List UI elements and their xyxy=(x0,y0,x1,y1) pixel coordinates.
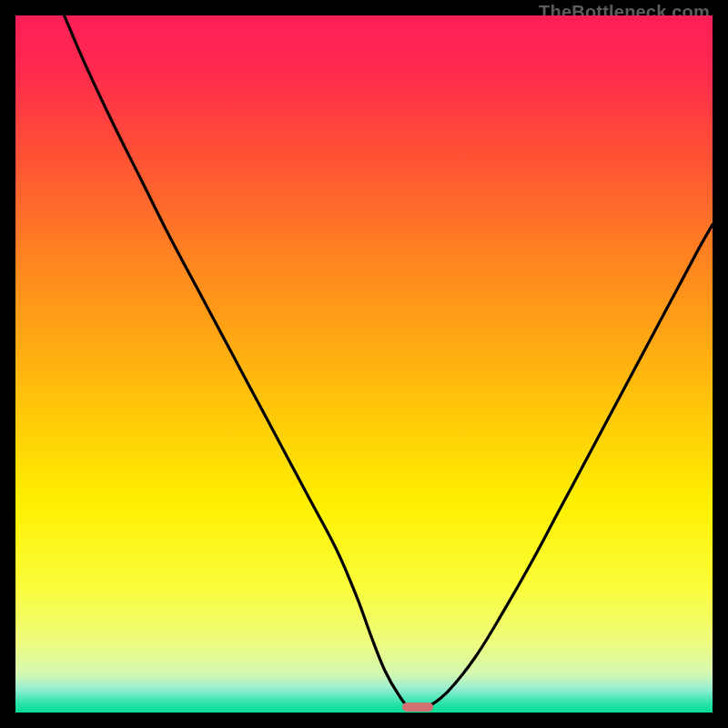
chart-canvas: TheBottleneck.com xyxy=(0,0,728,728)
optimal-marker xyxy=(402,703,433,712)
plot-area xyxy=(15,15,713,713)
bottleneck-curve xyxy=(15,15,713,713)
